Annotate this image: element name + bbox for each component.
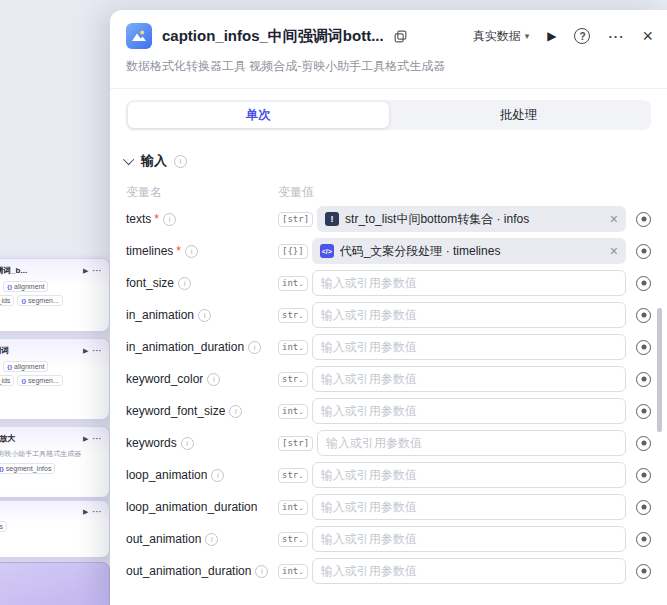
remove-reference-icon[interactable]: × [610,244,618,258]
reference-toggle-icon[interactable] [636,500,651,515]
column-headers: 变量名 变量值 [126,184,651,201]
chevron-down-icon: ▾ [525,31,530,41]
value-field[interactable]: 输入或引用参数值 [312,334,626,360]
value-field[interactable]: </>代码_文案分段处理 · timelines× [312,238,626,264]
chip-label: segmen... [28,297,59,304]
canvas-node[interactable]: ..._中间强调词_b...▶···{}draft_url{}alignment… [0,258,110,332]
help-icon[interactable]: ? [574,28,590,44]
param-name: out_animationi [126,532,278,546]
type-badge: str. [278,308,308,323]
node-run-icon[interactable]: ▶ [83,435,88,443]
reference-toggle-icon[interactable] [636,212,651,227]
chip-label: segment_ids [0,377,10,384]
node-more-icon[interactable]: ··· [93,266,103,275]
value-placeholder: 输入或引用参数值 [326,435,422,452]
node-more-icon[interactable]: ··· [93,507,103,516]
run-button[interactable]: ▶ [547,29,556,43]
reference-toggle-icon[interactable] [636,468,651,483]
value-field[interactable]: 输入或引用参数值 [312,366,626,392]
workflow-canvas[interactable]: ..._中间强调词_b...▶···{}draft_url{}alignment… [0,0,667,605]
remove-reference-icon[interactable]: × [610,212,618,226]
tab-batch-run[interactable]: 批处理 [389,102,650,128]
node-description: 数据格式化-剪映小助手工具格式生成器 [0,449,102,459]
param-row: texts*i[str]!str_to_list中间bottom转集合 · in… [126,206,651,232]
reference-toggle-icon[interactable] [636,340,651,355]
value-field[interactable]: !str_to_list中间bottom转集合 · infos× [317,206,626,232]
canvas-node[interactable]: mes▶···{}keyframes [0,500,110,558]
value-field[interactable]: 输入或引用参数值 [312,558,626,584]
node-icon [126,23,152,49]
value-placeholder: 输入或引用参数值 [321,371,417,388]
param-name-label: keyword_font_size [126,404,225,418]
node-run-icon[interactable]: ▶ [83,347,88,355]
canvas-node[interactable]: {}user_id [0,562,110,605]
param-name-label: out_animation [126,532,201,546]
collapse-chevron-icon[interactable] [123,154,134,165]
reference-toggle-icon[interactable] [636,404,651,419]
scrollbar[interactable] [657,308,662,432]
value-field[interactable]: 输入或引用参数值 [312,526,626,552]
node-more-icon[interactable]: ··· [93,346,103,355]
param-row: font_sizeiint.输入或引用参数值 [126,270,651,296]
value-field[interactable]: 输入或引用参数值 [312,398,626,424]
reference-toggle-icon[interactable] [636,372,651,387]
param-name-label: in_animation_duration [126,340,244,354]
variable-icon: {} [21,378,26,384]
type-badge: int. [278,404,308,419]
info-icon: i [211,469,224,482]
reference-value: str_to_list中间bottom转集合 · infos [345,211,604,228]
param-name-label: font_size [126,276,174,290]
param-name: keyword_font_sizei [126,404,278,418]
param-name: loop_animationi [126,468,278,482]
value-field[interactable]: 输入或引用参数值 [317,430,626,456]
type-badge: [str] [278,212,313,227]
variable-icon: {} [7,284,12,290]
node-run-icon[interactable]: ▶ [83,267,88,275]
data-mode-dropdown[interactable]: 真实数据 ▾ [473,28,530,45]
reference-toggle-icon[interactable] [636,564,651,579]
node-run-icon[interactable]: ▶ [83,508,88,516]
node-title: mes [0,507,79,516]
header-actions: 真实数据 ▾ ▶ ? ··· × [473,27,653,45]
reference-toggle-icon[interactable] [636,308,651,323]
tab-single-run[interactable]: 单次 [128,102,389,128]
param-name-label: loop_animation_duration [126,500,257,514]
reference-toggle-icon[interactable] [636,276,651,291]
node-title: s_中间强调词 [0,345,79,356]
node-title: infos_图片放大 [0,433,79,444]
value-field[interactable]: 输入或引用参数值 [312,494,626,520]
value-field[interactable]: 输入或引用参数值 [312,302,626,328]
value-field[interactable]: 输入或引用参数值 [312,270,626,296]
type-badge: int. [278,564,308,579]
canvas-node[interactable]: infos_图片放大▶···数据格式化-剪映小助手工具格式生成器{}drafts… [0,426,110,498]
input-section-header: 输入 i [126,152,187,170]
info-icon: i [255,565,268,578]
param-name: in_animation_durationi [126,340,278,354]
chip-label: segment_infos [6,465,52,472]
param-name-label: timelines [126,244,173,258]
open-node-icon[interactable] [394,30,407,43]
input-section-title: 输入 [141,152,167,170]
node-more-icon[interactable]: ··· [93,434,103,443]
param-row: keyword_font_sizeiint.输入或引用参数值 [126,398,651,424]
value-placeholder: 输入或引用参数值 [321,531,417,548]
code-icon: </> [320,244,334,258]
param-name-label: in_animation [126,308,194,322]
reference-toggle-icon[interactable] [636,436,651,451]
alert-icon: ! [325,212,339,226]
reference-toggle-icon[interactable] [636,244,651,259]
value-placeholder: 输入或引用参数值 [321,307,417,324]
param-row: out_animation_durationiint.输入或引用参数值 [126,558,651,584]
close-icon[interactable]: × [642,27,653,45]
param-name-label: texts [126,212,151,226]
type-badge: int. [278,340,308,355]
node-field-chip: {}segment_infos [0,463,55,474]
type-badge: int. [278,500,308,515]
required-asterisk: * [176,244,181,258]
info-icon: i [198,309,211,322]
value-field[interactable]: 输入或引用参数值 [312,462,626,488]
reference-toggle-icon[interactable] [636,532,651,547]
canvas-node[interactable]: s_中间强调词▶···{}draft_url{}alignment{}segme… [0,338,110,420]
more-icon[interactable]: ··· [608,29,624,44]
param-row: keyword_coloristr.输入或引用参数值 [126,366,651,392]
